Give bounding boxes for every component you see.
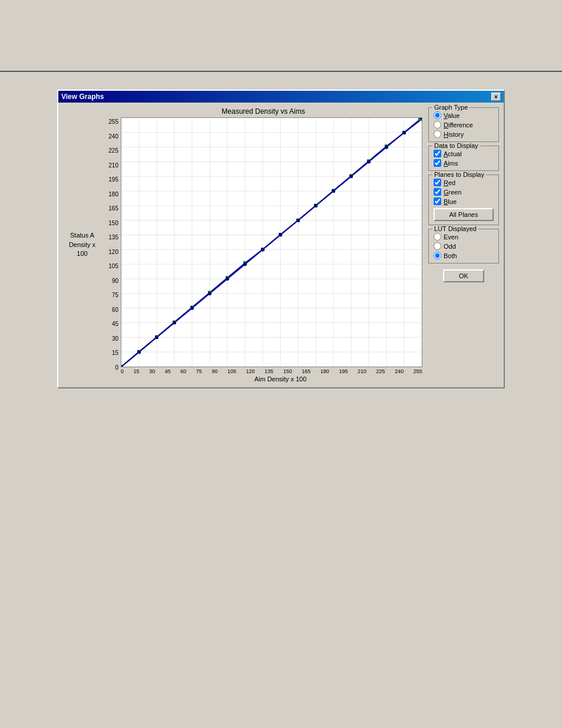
dialog-body: Status A Density x 100 Measured Density …: [58, 103, 504, 387]
radio-odd[interactable]: Odd: [434, 242, 494, 250]
checkbox-red-label: Red: [444, 179, 455, 186]
y-tick: 60: [104, 307, 118, 313]
radio-both[interactable]: Both: [434, 252, 494, 259]
svg-point-67: [349, 174, 353, 178]
dialog-window: View Graphs × Status A Density x 100 Mea…: [57, 90, 505, 388]
x-tick: 75: [196, 368, 202, 374]
chart-container: Measured Density vs Aims 015304560759010…: [104, 107, 422, 383]
checkbox-actual-label: Actual: [444, 150, 462, 157]
radio-both-input[interactable]: [434, 252, 441, 259]
radio-even-label: Even: [444, 233, 458, 241]
checkbox-blue-label: Blue: [444, 198, 457, 205]
ok-button[interactable]: OK: [443, 269, 484, 282]
planes-display-group: Planes to Display Red Green Blue All: [428, 174, 499, 225]
graph-type-label: Graph Type: [432, 104, 470, 111]
ok-container: OK: [428, 269, 499, 282]
checkbox-actual[interactable]: Actual: [434, 150, 494, 157]
y-tick: 15: [104, 350, 118, 356]
svg-point-60: [226, 277, 229, 281]
radio-history[interactable]: History: [434, 130, 494, 138]
checkbox-red[interactable]: Red: [434, 179, 494, 186]
radio-even-input[interactable]: [434, 233, 441, 241]
radio-value-input[interactable]: [434, 111, 441, 119]
y-tick: 105: [104, 263, 118, 269]
x-tick: 180: [320, 368, 329, 374]
checkbox-red-input[interactable]: [434, 179, 441, 186]
chart-plot: [121, 117, 422, 367]
y-tick: 0: [104, 364, 118, 371]
dialog-title: View Graphs: [61, 93, 104, 101]
y-tick: 45: [104, 321, 118, 327]
x-tick: 120: [246, 368, 255, 374]
title-bar: View Graphs ×: [58, 91, 504, 103]
chart-svg: [121, 118, 422, 367]
checkbox-blue-input[interactable]: [434, 197, 441, 205]
y-tick: 225: [104, 147, 118, 154]
y-tick: 30: [104, 335, 118, 342]
top-rule: [0, 71, 562, 72]
svg-point-64: [296, 219, 300, 222]
x-tick: 240: [395, 368, 404, 374]
all-planes-button[interactable]: All Planes: [434, 208, 494, 221]
data-display-group: Data to Display Actual Aims: [428, 146, 499, 171]
checkbox-aims-label: Aims: [444, 160, 458, 167]
y-axis-label-line2: Density x: [69, 241, 95, 249]
close-button[interactable]: ×: [491, 93, 501, 101]
radio-value[interactable]: Value: [434, 111, 494, 119]
y-tick: 180: [104, 191, 118, 197]
svg-point-66: [332, 189, 335, 193]
data-display-label: Data to Display: [432, 142, 480, 149]
lut-displayed-group: LUT Displayed Even Odd Both: [428, 229, 499, 263]
svg-point-57: [173, 321, 176, 325]
x-tick: 150: [283, 368, 292, 374]
radio-even[interactable]: Even: [434, 233, 494, 241]
checkbox-aims[interactable]: Aims: [434, 159, 494, 167]
checkbox-actual-input[interactable]: [434, 150, 441, 157]
x-tick: 15: [134, 368, 140, 374]
svg-point-56: [155, 335, 158, 339]
radio-odd-input[interactable]: [434, 242, 441, 250]
y-tick: 255: [104, 118, 118, 125]
y-tick: 150: [104, 220, 118, 226]
svg-point-70: [402, 131, 406, 134]
radio-difference-input[interactable]: [434, 121, 441, 129]
svg-point-68: [367, 160, 371, 163]
radio-both-label: Both: [444, 252, 457, 259]
y-tick: 210: [104, 162, 118, 169]
radio-difference-label: Difference: [444, 121, 473, 129]
y-axis-label-line3: 100: [77, 249, 87, 258]
svg-point-55: [137, 350, 141, 354]
y-tick: 90: [104, 278, 118, 284]
checkbox-blue[interactable]: Blue: [434, 197, 494, 205]
chart-area: Status A Density x 100 Measured Density …: [63, 107, 422, 383]
svg-point-69: [385, 146, 388, 149]
lut-displayed-label: LUT Displayed: [432, 225, 478, 232]
y-tick: 165: [104, 205, 118, 212]
x-tick: 165: [302, 368, 310, 374]
planes-display-label: Planes to Display: [432, 171, 486, 178]
svg-point-65: [314, 204, 318, 207]
x-tick: 90: [211, 368, 217, 374]
checkbox-green-input[interactable]: [434, 188, 441, 196]
svg-point-61: [243, 262, 247, 266]
x-tick: 195: [339, 368, 348, 374]
chart-title: Measured Density vs Aims: [104, 107, 422, 116]
controls-panel: Graph Type Value Difference History: [428, 107, 499, 383]
x-axis-label: Aim Density x 100: [121, 375, 422, 383]
y-axis-label: Status A Density x 100: [63, 107, 101, 383]
radio-odd-label: Odd: [444, 243, 456, 250]
x-tick: 225: [376, 368, 385, 374]
svg-point-62: [261, 248, 265, 251]
radio-history-input[interactable]: [434, 130, 441, 138]
checkbox-green-label: Green: [444, 189, 462, 196]
y-tick: 240: [104, 133, 118, 140]
x-tick: 210: [358, 368, 366, 374]
chart-inner: 0153045607590105120135150165180195210225…: [104, 117, 422, 383]
radio-difference[interactable]: Difference: [434, 121, 494, 129]
y-tick: 195: [104, 176, 118, 183]
svg-point-59: [208, 292, 211, 295]
checkbox-aims-input[interactable]: [434, 159, 441, 167]
radio-history-label: History: [444, 131, 464, 138]
y-axis-label-line1: Status A: [70, 231, 94, 240]
checkbox-green[interactable]: Green: [434, 188, 494, 196]
